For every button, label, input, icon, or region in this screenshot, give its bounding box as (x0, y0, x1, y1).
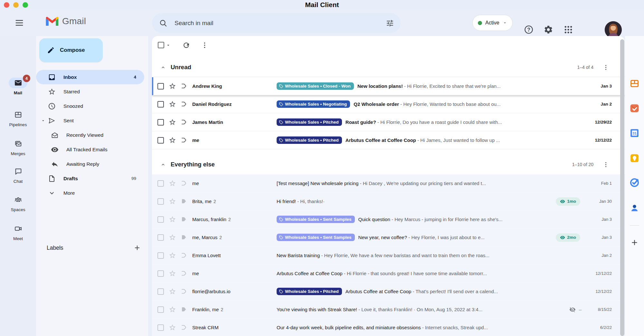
streak-flag-icon[interactable] (180, 216, 187, 223)
sidebar-item-snoozed[interactable]: Snoozed (36, 99, 144, 113)
star-icon[interactable] (169, 270, 176, 277)
star-icon[interactable] (169, 180, 176, 187)
rail-item-mail[interactable]: 4Mail (0, 78, 36, 95)
google-contacts-icon[interactable] (630, 203, 639, 213)
search-options-icon[interactable] (386, 19, 394, 27)
star-icon[interactable] (169, 136, 176, 144)
row-checkbox[interactable] (157, 216, 164, 223)
email-row[interactable]: Brita, me2 Hi friend! - Hi, thanks!· 1mo… (152, 192, 625, 210)
streak-flag-icon[interactable] (180, 83, 187, 90)
section-more-icon[interactable] (602, 161, 609, 168)
row-checkbox[interactable] (157, 101, 164, 107)
rail-item-spaces[interactable]: Spaces (0, 194, 36, 212)
row-checkbox[interactable] (157, 270, 164, 277)
pipeline-stage-badge[interactable]: Wholesale Sales • Pitched (277, 118, 342, 126)
sidebar-item-inbox[interactable]: Inbox4 (36, 70, 144, 84)
row-checkbox[interactable] (157, 252, 164, 259)
star-icon[interactable] (169, 252, 176, 259)
select-dropdown-icon[interactable] (166, 43, 171, 48)
star-icon[interactable] (169, 216, 176, 223)
pipeline-stage-badge[interactable]: Wholesale Sales • Negotiating (277, 100, 350, 108)
search-icon[interactable] (159, 19, 167, 27)
streak-check-icon[interactable] (630, 103, 639, 113)
star-icon[interactable] (169, 324, 176, 331)
pipeline-stage-badge[interactable]: Wholesale Sales • Pitched (277, 288, 342, 295)
email-row[interactable]: me Wholesale Sales • PitchedArbutus Coff… (152, 131, 625, 149)
compose-button[interactable]: Compose (39, 38, 103, 62)
star-icon[interactable] (169, 288, 176, 295)
email-row[interactable]: Marcus, franklin2 Wholesale Sales • Sent… (152, 210, 625, 229)
search-input[interactable]: Search in mail (175, 20, 386, 27)
streak-flag-icon[interactable] (180, 288, 187, 295)
streak-flag-icon[interactable] (180, 306, 187, 313)
row-checkbox[interactable] (157, 180, 164, 187)
sidebar-item-starred[interactable]: Starred (36, 84, 144, 99)
more-options-icon[interactable] (201, 42, 208, 49)
list-scrollbar[interactable] (620, 39, 624, 336)
row-checkbox[interactable] (157, 83, 164, 89)
email-row[interactable]: Franklin, me2 You're viewing this with S… (152, 301, 625, 319)
row-checkbox[interactable] (157, 324, 164, 331)
row-checkbox[interactable] (157, 234, 164, 241)
email-row[interactable]: me, Marcus2 Wholesale Sales • Sent Sampl… (152, 229, 625, 247)
email-row[interactable]: Streak CRM Our 4-day work week, bulk pip… (152, 319, 625, 336)
refresh-icon[interactable] (182, 41, 190, 49)
star-icon[interactable] (169, 82, 176, 90)
rail-item-pipelines[interactable]: Pipelines (0, 109, 36, 127)
email-row[interactable]: Daniel Rodriguez Wholesale Sales • Negot… (152, 95, 625, 113)
help-icon[interactable]: ? (524, 25, 534, 34)
search-bar[interactable]: Search in mail (152, 13, 401, 33)
streak-flag-icon[interactable] (180, 252, 187, 259)
google-tasks-icon[interactable] (630, 178, 639, 188)
main-menu-icon[interactable] (14, 18, 24, 28)
streak-flag-icon[interactable] (180, 119, 187, 126)
pipeline-stage-badge[interactable]: Wholesale Sales • Sent Samples (277, 234, 355, 241)
sidebar-item-sent[interactable]: Sent (36, 113, 144, 128)
star-icon[interactable] (169, 100, 176, 108)
section-collapse-icon[interactable] (160, 162, 166, 167)
sidebar-item-awaiting-reply[interactable]: Awaiting Reply (36, 157, 144, 171)
rail-item-merges[interactable]: Merges (0, 138, 36, 156)
sidebar-item-recently-viewed[interactable]: Recently Viewed (36, 128, 144, 142)
star-icon[interactable] (169, 234, 176, 241)
email-row[interactable]: James Martin Wholesale Sales • PitchedRo… (152, 113, 625, 131)
google-calendar-icon[interactable]: 31 (630, 128, 639, 138)
row-checkbox[interactable] (157, 137, 164, 144)
get-addons-plus-icon[interactable] (630, 238, 639, 247)
pipeline-stage-badge[interactable]: Wholesale Sales • Sent Samples (277, 216, 355, 223)
google-apps-icon[interactable] (564, 25, 573, 34)
row-checkbox[interactable] (157, 198, 164, 205)
streak-flag-icon[interactable] (180, 270, 187, 277)
streak-flag-icon[interactable] (180, 198, 187, 205)
streak-flag-icon[interactable] (180, 101, 187, 108)
email-row[interactable]: me [Test message] New wholesale pricing … (152, 174, 625, 192)
pipeline-stage-badge[interactable]: Wholesale Sales • Closed - Won (277, 82, 354, 90)
select-all-checkbox[interactable] (158, 42, 164, 48)
streak-flag-icon[interactable] (180, 324, 187, 331)
streak-pipelines-icon[interactable] (630, 79, 639, 89)
row-checkbox[interactable] (157, 306, 164, 313)
star-icon[interactable] (169, 118, 176, 126)
streak-flag-icon[interactable] (180, 234, 187, 241)
row-checkbox[interactable] (157, 119, 164, 126)
row-checkbox[interactable] (157, 288, 164, 295)
streak-flag-icon[interactable] (180, 137, 187, 144)
email-row[interactable]: florrie@arbutus.io Wholesale Sales • Pit… (152, 283, 625, 301)
star-icon[interactable] (169, 306, 176, 313)
pipeline-stage-badge[interactable]: Wholesale Sales • Pitched (277, 136, 342, 144)
email-row[interactable]: Andrew King Wholesale Sales • Closed - W… (152, 77, 625, 95)
section-more-icon[interactable] (602, 64, 609, 71)
add-label-icon[interactable] (133, 244, 141, 252)
rail-item-meet[interactable]: Meet (0, 223, 36, 241)
sidebar-item-drafts[interactable]: Drafts99 (36, 171, 144, 186)
email-row[interactable]: me Arbutus Coffee at Coffee Coop - Hi Fl… (152, 265, 625, 283)
rail-item-chat[interactable]: Chat (0, 166, 36, 184)
section-collapse-icon[interactable] (160, 65, 166, 70)
settings-gear-icon[interactable] (544, 25, 553, 34)
star-icon[interactable] (169, 198, 176, 205)
google-keep-icon[interactable] (630, 153, 639, 163)
email-row[interactable]: Emma Lovett New Barista training - Hey F… (152, 247, 625, 265)
expand-caret-icon[interactable] (41, 118, 45, 123)
streak-flag-icon[interactable] (180, 180, 187, 187)
sidebar-item-more[interactable]: More (36, 186, 144, 200)
